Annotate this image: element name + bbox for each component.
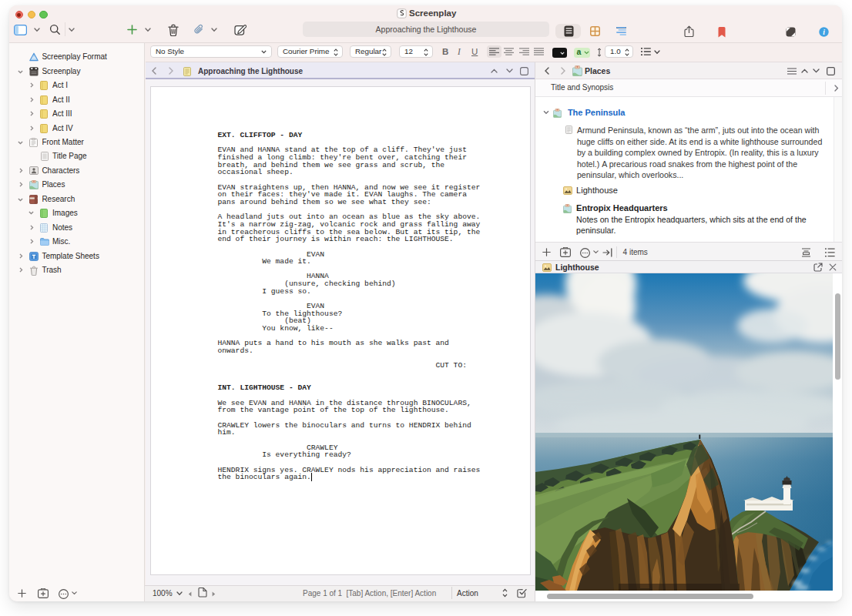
svg-text:i: i [823, 28, 825, 36]
